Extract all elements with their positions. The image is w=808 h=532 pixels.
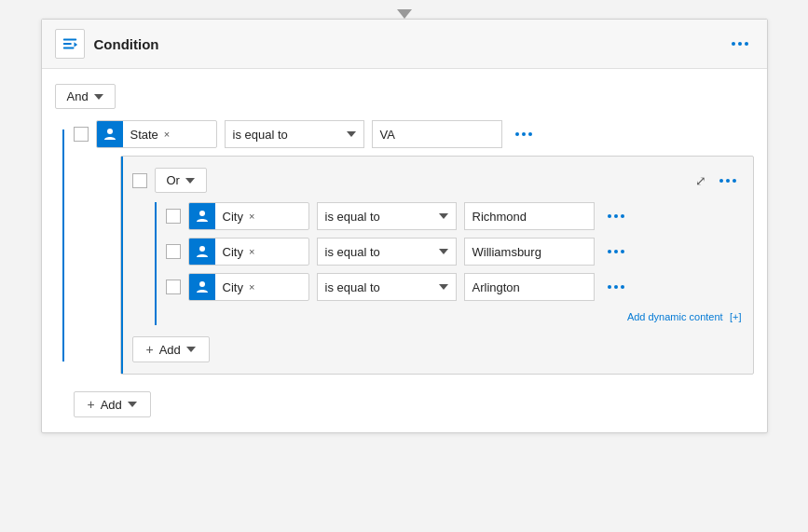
state-checkbox[interactable] — [74, 127, 89, 142]
svg-point-4 — [107, 129, 113, 134]
dot3 — [733, 179, 736, 183]
card-header: Condition — [42, 20, 767, 69]
or-more-options[interactable] — [714, 175, 742, 186]
city2-checkbox[interactable] — [166, 244, 181, 259]
city2-field-icon — [189, 238, 215, 266]
city-row-1: City × is equal to Richmond — [166, 202, 742, 230]
add-dynamic-content-link[interactable]: Add dynamic content [+] — [166, 308, 742, 325]
city2-field-text: City — [223, 245, 243, 259]
dot1 — [608, 285, 611, 289]
state-field-text: State — [130, 128, 158, 142]
or-button[interactable]: Or — [155, 168, 207, 193]
city3-field-remove[interactable]: × — [249, 281, 254, 293]
city1-more-options[interactable] — [602, 211, 630, 222]
dot3 — [745, 42, 748, 46]
state-person-icon — [103, 127, 117, 142]
city2-label-wrap: City × — [215, 245, 263, 259]
city3-field-text: City — [223, 280, 243, 294]
outer-add-label: Add — [101, 398, 122, 412]
dot1 — [608, 214, 611, 218]
dot3 — [621, 285, 624, 289]
city2-value-input[interactable]: Williamsburg — [464, 238, 595, 266]
svg-marker-3 — [74, 42, 77, 47]
city1-field-remove[interactable]: × — [249, 211, 254, 222]
or-section: Or ⤢ — [120, 156, 754, 375]
state-field-label-wrap: State × — [123, 128, 178, 142]
state-field-remove[interactable]: × — [164, 129, 170, 140]
or-inner-blue-line — [155, 202, 157, 325]
or-header: Or ⤢ — [132, 168, 742, 193]
svg-rect-1 — [62, 43, 71, 45]
outer-add-plus-icon: + — [88, 397, 95, 412]
city1-person-icon — [195, 209, 210, 224]
card-header-left: Condition — [55, 29, 159, 59]
collapse-icon[interactable]: ⤢ — [695, 173, 706, 188]
city2-more-options[interactable] — [602, 246, 630, 257]
city-row-2: City × is equal to Williamsburg — [166, 238, 742, 266]
city1-field-text: City — [223, 210, 243, 224]
condition-icon — [55, 29, 85, 59]
outer-blue-line — [62, 130, 64, 361]
city3-operator-select[interactable]: is equal to — [317, 273, 457, 301]
card-title: Condition — [94, 36, 159, 52]
outer-add-wrap: + Add — [74, 386, 754, 417]
or-header-right: ⤢ — [695, 173, 742, 188]
city2-operator-select[interactable]: is equal to — [317, 238, 457, 266]
state-value-text: VA — [380, 128, 395, 142]
dot1 — [515, 132, 519, 136]
or-section-blue-line — [121, 157, 123, 374]
city-row-3: City × is equal to Arlington — [166, 273, 742, 301]
dot3 — [528, 132, 532, 136]
city3-person-icon — [195, 280, 210, 294]
svg-point-5 — [199, 211, 205, 216]
city1-operator-select[interactable]: is equal to — [317, 202, 457, 230]
city3-field-icon — [189, 273, 215, 301]
svg-point-6 — [199, 246, 205, 252]
or-label: Or — [167, 173, 180, 187]
state-value-input[interactable]: VA — [372, 120, 502, 148]
city3-more-options[interactable] — [602, 281, 630, 293]
city2-value-text: Williamsburg — [472, 245, 541, 259]
svg-point-7 — [199, 281, 205, 287]
city2-operator-text: is equal to — [325, 245, 380, 259]
dot2 — [614, 285, 618, 289]
city1-operator-chevron — [439, 213, 448, 219]
city1-checkbox[interactable] — [166, 209, 181, 224]
dot3 — [621, 250, 624, 253]
dot2 — [726, 179, 730, 183]
and-chevron-icon — [94, 94, 103, 100]
main-container: Condition And — [0, 0, 808, 532]
city1-operator-text: is equal to — [325, 210, 380, 224]
city3-checkbox[interactable] — [166, 280, 181, 294]
or-checkbox[interactable] — [132, 173, 147, 188]
outer-add-chevron — [128, 402, 137, 407]
city3-operator-chevron — [439, 284, 448, 290]
state-condition-row: State × is equal to VA — [74, 120, 754, 148]
city3-value-text: Arlington — [472, 280, 520, 294]
outer-wrap: State × is equal to VA — [55, 120, 754, 417]
city2-field-remove[interactable]: × — [249, 246, 254, 257]
state-field-pill[interactable]: State × — [96, 120, 217, 148]
city2-field-pill[interactable]: City × — [188, 238, 309, 266]
dot2 — [614, 214, 618, 218]
city3-field-pill[interactable]: City × — [188, 273, 309, 301]
dot1 — [719, 179, 723, 183]
and-button[interactable]: And — [55, 84, 116, 109]
header-more-options[interactable] — [726, 38, 754, 49]
city3-value-input[interactable]: Arlington — [464, 273, 595, 301]
svg-rect-0 — [62, 39, 75, 41]
card-body: And State — [42, 69, 767, 432]
state-operator-text: is equal to — [233, 128, 288, 142]
city3-operator-text: is equal to — [325, 280, 380, 294]
city1-field-pill[interactable]: City × — [188, 202, 309, 230]
dot3 — [621, 214, 624, 218]
add-dynamic-icon: [+] — [730, 311, 742, 322]
outer-add-button[interactable]: + Add — [74, 391, 151, 417]
or-add-button[interactable]: + Add — [132, 336, 210, 362]
state-operator-select[interactable]: is equal to — [225, 120, 364, 148]
city1-value-input[interactable]: Richmond — [464, 202, 595, 230]
city3-label-wrap: City × — [215, 280, 263, 294]
city1-field-icon — [189, 202, 215, 230]
state-row-more-options[interactable] — [510, 129, 538, 140]
condition-card: Condition And — [41, 19, 768, 433]
